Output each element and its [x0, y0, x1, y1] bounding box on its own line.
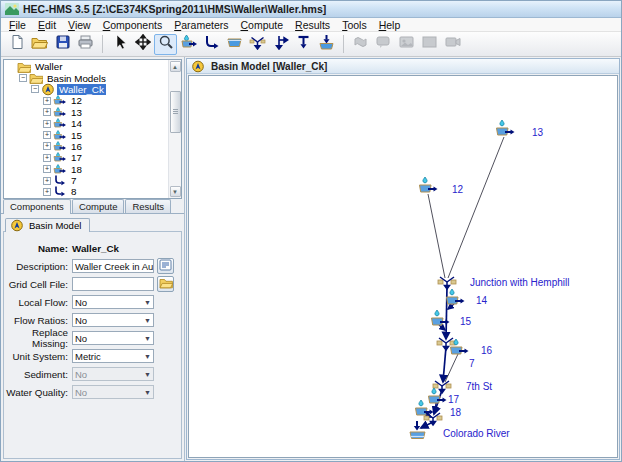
scroll-up-icon[interactable]: ▲: [170, 61, 181, 72]
tree-item-14[interactable]: +14: [4, 118, 168, 129]
map-subbasin-12[interactable]: [420, 177, 438, 192]
pan-tool-button[interactable]: [131, 34, 154, 55]
subbasin-icon: [53, 164, 67, 175]
grid-cell-file-folder-button[interactable]: [157, 276, 174, 292]
map-subbasin-14[interactable]: [447, 289, 465, 304]
menu-edit[interactable]: Edit: [32, 19, 62, 31]
map-reach[interactable]: [448, 304, 454, 309]
source-tool-button[interactable]: [292, 34, 315, 55]
flow-ratios-select[interactable]: No▼: [72, 313, 154, 327]
menu-tools[interactable]: Tools: [336, 19, 373, 31]
expand-plus-icon[interactable]: +: [43, 108, 51, 116]
print-button[interactable]: [74, 34, 97, 55]
menu-compute[interactable]: Compute: [234, 19, 289, 31]
map-reach[interactable]: [439, 325, 445, 330]
zoom-tool-button[interactable]: [154, 34, 177, 55]
reach-tool-button[interactable]: [200, 34, 223, 55]
map-window: Basin Model [Waller_Ck] 1312Junction wit…: [186, 58, 620, 460]
component-tabs: ComponentsComputeResults: [1, 199, 184, 214]
expand-plus-icon[interactable]: +: [43, 188, 51, 196]
tree-item-label: 16: [69, 141, 84, 152]
reach-icon: [53, 175, 67, 186]
tree-item-17[interactable]: +17: [4, 152, 168, 163]
map-junction-hemphill[interactable]: [438, 277, 456, 289]
tree-item-label: 18: [69, 164, 84, 175]
gray-4-icon: [421, 34, 438, 54]
map-sink-colorado-river[interactable]: [410, 421, 425, 439]
name-label: Name:: [4, 243, 72, 254]
description-input[interactable]: Waller Creek in Austin,: [72, 259, 154, 273]
description-editor-button[interactable]: [157, 258, 174, 274]
tab-basin-model[interactable]: Basin Model: [5, 218, 90, 232]
title-bar[interactable]: HEC-HMS 3.5 [Z:\CE374KSpring2011\HMS\Wal…: [1, 1, 621, 18]
menu-file[interactable]: File: [3, 19, 32, 31]
source-icon: [295, 34, 312, 54]
tree-item-waller-ck[interactable]: −Waller_Ck: [4, 84, 168, 95]
tree-item-18[interactable]: +18: [4, 164, 168, 175]
menu-results[interactable]: Results: [289, 19, 336, 31]
expand-plus-icon[interactable]: +: [43, 142, 51, 150]
map-label-subbasin-13: 13: [532, 127, 544, 138]
tree-item-13[interactable]: +13: [4, 107, 168, 118]
select-tool-button[interactable]: [108, 34, 131, 55]
scroll-down-icon[interactable]: ▼: [170, 186, 181, 197]
app-window: HEC-HMS 3.5 [Z:\CE374KSpring2011\HMS\Wal…: [0, 0, 622, 462]
tree-item-label: 7: [69, 175, 78, 186]
chevron-down-icon: ▼: [144, 371, 151, 378]
tree-item-16[interactable]: +16: [4, 141, 168, 152]
map-window-header[interactable]: Basin Model [Waller_Ck]: [187, 59, 619, 74]
chevron-down-icon: ▼: [144, 335, 151, 342]
tree-item-basin-models[interactable]: −Basin Models: [4, 72, 168, 83]
disabled-tool-5-button: [441, 34, 464, 55]
sediment-select: No▼: [72, 367, 154, 381]
menu-components[interactable]: Components: [97, 19, 169, 31]
menu-help[interactable]: Help: [373, 19, 407, 31]
map-reach[interactable]: [446, 286, 447, 339]
basin-map-canvas[interactable]: 1312Junction with Hemphill1415167th St17…: [188, 75, 618, 458]
scrollbar-track[interactable]: [170, 73, 181, 185]
subbasin-icon: [53, 141, 67, 152]
menu-view[interactable]: View: [62, 19, 97, 31]
sediment-row: Sediment:No▼: [4, 366, 181, 382]
replace-missing-select[interactable]: No▼: [72, 331, 154, 345]
expand-plus-icon[interactable]: +: [43, 165, 51, 173]
tree-scrollbar[interactable]: ▲ ▼: [168, 60, 181, 198]
tab-compute[interactable]: Compute: [72, 199, 125, 213]
junction-tool-button[interactable]: [246, 34, 269, 55]
save-file-button[interactable]: [51, 34, 74, 55]
diversion-tool-button[interactable]: [269, 34, 292, 55]
map-subbasin-13[interactable]: [497, 120, 515, 135]
disabled-tool-4-button: [418, 34, 441, 55]
tree-item-8[interactable]: +8: [4, 186, 168, 197]
expand-plus-icon[interactable]: +: [43, 154, 51, 162]
collapse-minus-icon[interactable]: −: [19, 74, 27, 82]
tree-item-12[interactable]: +12: [4, 95, 168, 106]
local-flow-select[interactable]: No▼: [72, 295, 154, 309]
basin-model-form: Name:Waller_CkDescription:Waller Creek i…: [3, 231, 182, 459]
tab-components[interactable]: Components: [3, 199, 71, 214]
printer-icon: [77, 34, 94, 54]
new-doc-icon: [9, 34, 25, 54]
menu-parameters[interactable]: Parameters: [168, 19, 234, 31]
expand-plus-icon[interactable]: +: [43, 177, 51, 185]
sink-tool-button[interactable]: [315, 34, 338, 55]
open-file-button[interactable]: [28, 34, 51, 55]
expand-plus-icon[interactable]: +: [43, 120, 51, 128]
expand-plus-icon[interactable]: +: [43, 97, 51, 105]
map-reach[interactable]: [443, 347, 446, 382]
unit-system-select[interactable]: Metric▼: [72, 349, 154, 363]
tree-item-waller[interactable]: Waller: [4, 61, 168, 72]
tree-item-7[interactable]: +7: [4, 175, 168, 186]
subbasin-tool-button[interactable]: [177, 34, 200, 55]
expand-plus-icon[interactable]: +: [43, 131, 51, 139]
reach-icon: [53, 186, 67, 197]
reservoir-tool-button[interactable]: [223, 34, 246, 55]
map-label-sink-colorado-river: Colorado River: [443, 428, 510, 439]
editor-icon: [159, 259, 172, 273]
tree-item-15[interactable]: +15: [4, 129, 168, 140]
new-file-button[interactable]: [5, 34, 28, 55]
grid-cell-file-input[interactable]: [72, 277, 154, 291]
scrollbar-thumb[interactable]: [170, 91, 181, 133]
tab-results[interactable]: Results: [125, 199, 171, 213]
collapse-minus-icon[interactable]: −: [31, 85, 39, 93]
